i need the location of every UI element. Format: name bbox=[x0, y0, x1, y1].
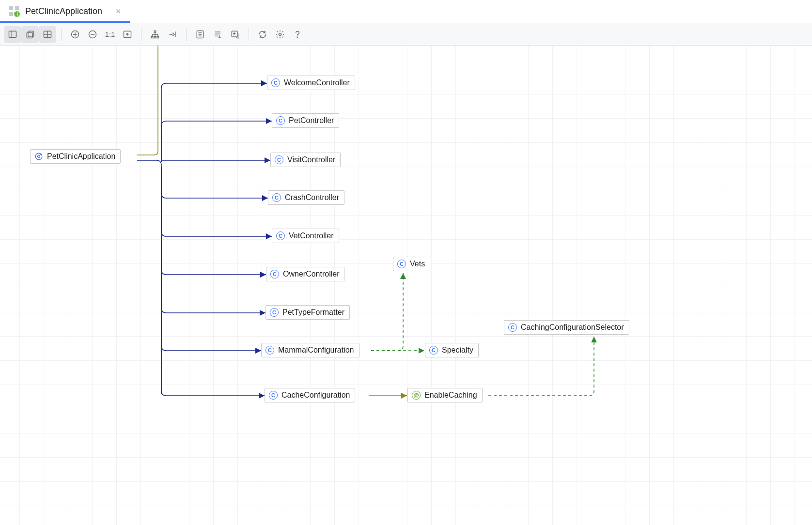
svg-point-31 bbox=[279, 33, 281, 35]
node-petcontroller[interactable]: C PetController bbox=[272, 113, 339, 128]
settings-button[interactable] bbox=[271, 26, 289, 43]
node-label: PetClinicApplication bbox=[47, 152, 115, 161]
node-specialty[interactable]: C Specialty bbox=[425, 343, 479, 357]
diagram-canvas[interactable]: PetClinicApplication C WelcomeController… bbox=[0, 46, 812, 525]
class-icon: C bbox=[271, 78, 280, 87]
node-label: Vets bbox=[410, 260, 425, 268]
svg-rect-18 bbox=[154, 31, 156, 32]
edit-labels-button[interactable] bbox=[209, 26, 226, 43]
node-label: CacheConfiguration bbox=[281, 391, 350, 400]
class-icon: C bbox=[429, 346, 438, 355]
class-icon: C bbox=[276, 232, 285, 240]
svg-rect-21 bbox=[157, 36, 158, 38]
zoom-out-button[interactable] bbox=[84, 26, 101, 43]
node-vets[interactable]: C Vets bbox=[393, 257, 430, 271]
svg-rect-1 bbox=[15, 6, 19, 10]
show-list-button[interactable] bbox=[191, 26, 209, 43]
svg-rect-4 bbox=[9, 31, 16, 37]
route-edges-button[interactable] bbox=[164, 26, 181, 43]
class-icon: C bbox=[269, 391, 278, 400]
svg-rect-30 bbox=[232, 31, 237, 37]
node-label: PetTypeFormatter bbox=[282, 308, 344, 317]
node-label: VetController bbox=[289, 232, 334, 240]
class-icon: C bbox=[276, 116, 285, 125]
svg-point-17 bbox=[126, 33, 128, 35]
svg-point-34 bbox=[38, 155, 40, 158]
tab-title: PetClinicApplication bbox=[25, 6, 102, 16]
node-label: WelcomeController bbox=[284, 78, 350, 87]
help-button[interactable] bbox=[289, 26, 306, 43]
editor-tab-bar: PetClinicApplication × bbox=[0, 0, 812, 23]
node-cacheconfiguration[interactable]: C CacheConfiguration bbox=[265, 388, 355, 402]
panel-left-toggle[interactable] bbox=[4, 26, 21, 43]
class-icon: C bbox=[275, 155, 283, 164]
spring-root-icon bbox=[34, 152, 43, 161]
node-label: OwnerController bbox=[283, 270, 339, 278]
node-enablecaching[interactable]: @ EnableCaching bbox=[407, 388, 483, 402]
node-cachingconfigurationselector[interactable]: C CachingConfigurationSelector bbox=[504, 320, 629, 335]
export-button[interactable] bbox=[226, 26, 244, 43]
diagram-canvas-viewport[interactable]: PetClinicApplication C WelcomeController… bbox=[0, 46, 812, 525]
node-pettypeformatter[interactable]: C PetTypeFormatter bbox=[265, 305, 350, 320]
node-label: PetController bbox=[289, 116, 334, 125]
node-label: CrashController bbox=[285, 193, 339, 202]
node-mammalconfiguration[interactable]: C MammalConfiguration bbox=[261, 343, 359, 357]
zoom-in-button[interactable] bbox=[66, 26, 84, 43]
node-visitcontroller[interactable]: C VisitController bbox=[270, 153, 341, 167]
node-label: MammalConfiguration bbox=[278, 346, 354, 355]
svg-rect-20 bbox=[154, 36, 156, 38]
svg-rect-2 bbox=[9, 12, 13, 16]
svg-rect-0 bbox=[9, 6, 13, 10]
node-petclinicapplication[interactable]: PetClinicApplication bbox=[30, 149, 121, 164]
zoom-actual-button[interactable]: 1:1 bbox=[101, 26, 119, 43]
class-icon: C bbox=[508, 323, 517, 332]
annotation-icon: @ bbox=[412, 391, 421, 400]
node-label: EnableCaching bbox=[424, 391, 477, 400]
svg-point-35 bbox=[40, 154, 42, 155]
spring-bean-diagram-icon bbox=[9, 6, 20, 17]
svg-point-32 bbox=[297, 37, 297, 37]
refresh-button[interactable] bbox=[254, 26, 271, 43]
svg-rect-19 bbox=[152, 36, 153, 38]
class-icon: C bbox=[265, 346, 274, 355]
class-icon: C bbox=[272, 193, 281, 202]
node-label: VisitController bbox=[287, 155, 335, 164]
node-label: Specialty bbox=[442, 346, 473, 355]
layout-tree-button[interactable] bbox=[146, 26, 164, 43]
close-tab-icon[interactable]: × bbox=[116, 6, 121, 16]
panel-grid-toggle[interactable] bbox=[39, 26, 56, 43]
diagram-toolbar: 1:1 bbox=[0, 23, 812, 46]
panel-stack-toggle[interactable] bbox=[21, 26, 39, 43]
tab-petclinicapplication[interactable]: PetClinicApplication × bbox=[0, 0, 130, 23]
class-icon: C bbox=[270, 308, 279, 317]
fit-content-button[interactable] bbox=[119, 26, 136, 43]
diagram-edges bbox=[0, 46, 812, 525]
node-ownercontroller[interactable]: C OwnerController bbox=[266, 267, 344, 281]
node-label: CachingConfigurationSelector bbox=[521, 323, 624, 332]
node-vetcontroller[interactable]: C VetController bbox=[272, 229, 339, 243]
node-crashcontroller[interactable]: C CrashController bbox=[268, 190, 344, 205]
node-welcomecontroller[interactable]: C WelcomeController bbox=[267, 76, 355, 90]
class-icon: C bbox=[397, 260, 406, 268]
class-icon: C bbox=[270, 270, 279, 278]
